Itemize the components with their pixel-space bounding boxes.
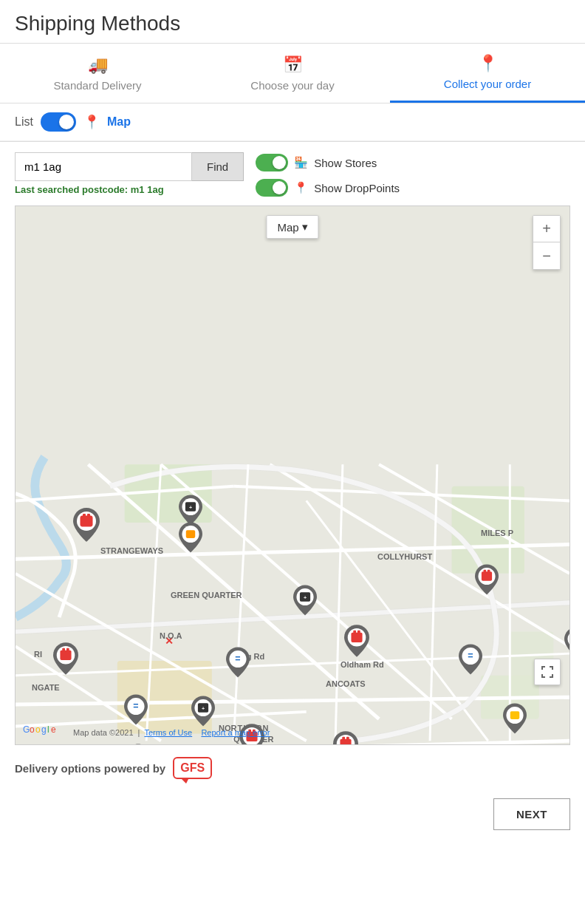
svg-text:o: o — [35, 724, 41, 735]
map-data-text: Map data ©2021 | Terms of Use Report a m… — [73, 728, 270, 737]
svg-text:+: + — [189, 505, 192, 511]
svg-rect-52 — [488, 570, 490, 573]
svg-text:e: e — [51, 724, 56, 735]
svg-text:l: l — [47, 724, 49, 735]
filter-toggles: 🏪 Show Stores 📍 Show DropPoints — [256, 154, 400, 197]
svg-text:g: g — [41, 724, 47, 735]
svg-line-12 — [16, 741, 569, 744]
next-button[interactable]: NEXT — [493, 798, 570, 830]
svg-rect-84 — [62, 648, 65, 652]
map-data-label: Map data ©2021 — [73, 728, 134, 737]
map-pin-2: + — [179, 495, 202, 526]
tab-choose-day[interactable]: 📅 Choose your day — [195, 44, 390, 103]
map-label: Map — [107, 115, 131, 129]
svg-rect-32 — [81, 516, 92, 526]
map-pin-9: = — [124, 694, 148, 725]
map-pin-1 — [73, 508, 100, 542]
map-background: ✕ ✕ ✕ ✕ STRANGEWAYS GREEN QUARTER N.O.A … — [16, 206, 569, 744]
search-input-row: Find — [15, 152, 244, 181]
svg-rect-50 — [482, 571, 492, 580]
map-container[interactable]: ✕ ✕ ✕ ✕ STRANGEWAYS GREEN QUARTER N.O.A … — [15, 205, 570, 745]
map-pin-3 — [179, 522, 202, 553]
svg-text:+: + — [304, 595, 307, 601]
map-type-label: Map — [277, 221, 298, 234]
svg-rect-46 — [351, 633, 362, 642]
zoom-out-button[interactable]: − — [533, 242, 560, 269]
map-type-control[interactable]: Map ▾ — [266, 215, 318, 239]
map-pin-16 — [503, 703, 527, 734]
view-toggle-row: List 📍 Map — [0, 103, 585, 141]
powered-by-text: Delivery options powered by — [15, 762, 165, 775]
show-stores-toggle[interactable] — [256, 154, 288, 171]
svg-text:✕: ✕ — [165, 636, 174, 647]
map-pin-7 — [475, 564, 499, 595]
map-pin-5: = — [226, 647, 250, 678]
svg-text:=: = — [468, 650, 473, 661]
svg-rect-75 — [346, 737, 349, 741]
zoom-in-button[interactable]: + — [533, 216, 560, 242]
svg-rect-39 — [186, 530, 195, 538]
store-icon: 🏪 — [294, 156, 308, 169]
page-title: Shipping Methods — [15, 12, 570, 35]
map-pin-10: + — [191, 696, 215, 727]
map-pin-13: + — [126, 744, 150, 745]
map-zoom-controls: + − — [533, 215, 561, 270]
svg-rect-48 — [358, 631, 360, 634]
svg-rect-74 — [342, 737, 345, 741]
list-label: List — [15, 115, 33, 129]
last-searched-text: Last searched postcode: m1 1ag — [15, 184, 244, 195]
show-droppoints-row: 📍 Show DropPoints — [256, 179, 400, 197]
map-pin-15 — [333, 731, 358, 745]
shipping-tabs: 🚚 Standard Delivery 📅 Choose your day 📍 … — [0, 44, 585, 103]
report-error-link[interactable]: Report a map error — [201, 728, 270, 737]
svg-rect-51 — [484, 570, 487, 573]
show-droppoints-toggle[interactable] — [256, 179, 288, 197]
map-pin-18 — [53, 642, 78, 675]
svg-text:o: o — [30, 724, 35, 735]
svg-rect-33 — [83, 514, 86, 517]
terms-link[interactable]: Terms of Use — [144, 728, 192, 737]
map-pin-17 — [564, 627, 570, 658]
svg-text:=: = — [235, 653, 240, 664]
svg-text:G: G — [23, 724, 30, 735]
svg-text:=: = — [133, 701, 138, 711]
show-droppoints-label: Show DropPoints — [314, 182, 400, 194]
svg-rect-85 — [66, 648, 69, 652]
tab-collect-label: Collect your order — [444, 78, 531, 90]
location-pin-icon: 📍 — [478, 54, 498, 73]
postcode-input[interactable] — [15, 152, 192, 181]
tab-choose-day-label: Choose your day — [250, 79, 334, 92]
svg-rect-83 — [60, 650, 71, 660]
map-pin-icon: 📍 — [83, 114, 100, 130]
map-roads-svg: ✕ ✕ ✕ ✕ — [16, 206, 569, 744]
next-button-row: NEXT — [0, 791, 585, 845]
find-button[interactable]: Find — [192, 152, 244, 181]
map-pin-6 — [344, 625, 369, 657]
fullscreen-icon — [541, 666, 553, 678]
droppoint-icon: 📍 — [294, 181, 308, 194]
tab-standard-delivery[interactable]: 🚚 Standard Delivery — [0, 44, 195, 103]
search-area: Find Last searched postcode: m1 1ag 🏪 Sh… — [0, 142, 585, 200]
map-fullscreen-button[interactable] — [534, 659, 561, 685]
truck-icon: 🚚 — [88, 55, 108, 75]
tab-collect-order[interactable]: 📍 Collect your order — [390, 44, 585, 103]
svg-rect-34 — [87, 514, 90, 517]
svg-rect-77 — [510, 711, 519, 719]
svg-rect-73 — [340, 739, 351, 745]
map-pin-4: + — [293, 585, 317, 616]
search-left: Find Last searched postcode: m1 1ag — [15, 152, 244, 195]
map-pin-8: = — [459, 644, 482, 675]
show-stores-row: 🏪 Show Stores — [256, 154, 400, 171]
tab-standard-label: Standard Delivery — [53, 79, 141, 92]
page-header: Shipping Methods — [0, 0, 585, 44]
list-map-toggle[interactable] — [41, 112, 76, 132]
calendar-icon: 📅 — [283, 55, 303, 75]
show-stores-label: Show Stores — [314, 157, 377, 169]
svg-text:+: + — [202, 706, 205, 712]
map-dropdown-icon: ▾ — [302, 220, 308, 234]
svg-rect-47 — [353, 631, 356, 634]
page-footer: Delivery options powered by GFS — [0, 745, 585, 791]
gfs-logo: GFS — [173, 757, 212, 779]
google-logo: G o o g l e — [23, 722, 64, 737]
